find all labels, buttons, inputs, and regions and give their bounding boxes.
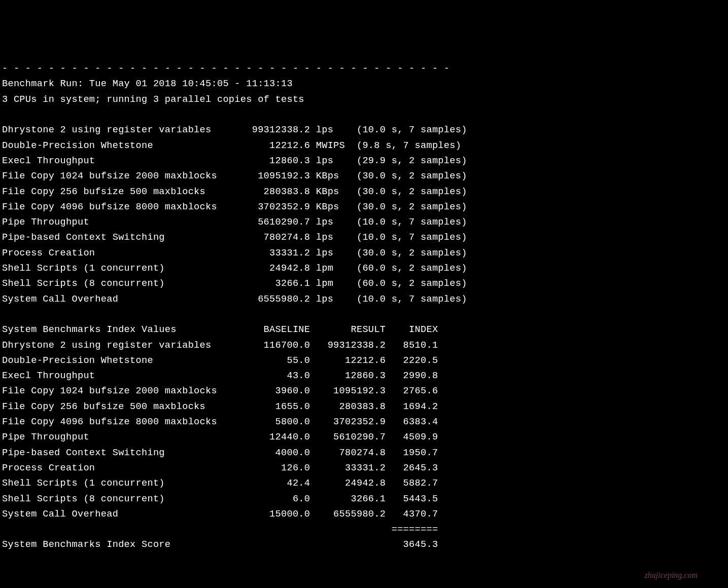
index-header-row: System Benchmarks Index Values BASELINE … bbox=[2, 324, 438, 335]
divider-line: - - - - - - - - - - - - - - - - - - - - … bbox=[2, 63, 449, 74]
terminal-output: - - - - - - - - - - - - - - - - - - - - … bbox=[0, 61, 728, 559]
score-row: System Benchmarks Index Score 3645.3 bbox=[2, 539, 438, 550]
underline-row: ======== bbox=[2, 524, 438, 535]
cpu-info-line: 3 CPUs in system; running 3 parallel cop… bbox=[2, 94, 304, 105]
watermark: zhujiceping.com bbox=[645, 569, 698, 582]
index-block: Dhrystone 2 using register variables 116… bbox=[2, 340, 438, 520]
benchmark-run-line: Benchmark Run: Tue May 01 2018 10:45:05 … bbox=[2, 79, 293, 89]
tests-block: Dhrystone 2 using register variables 993… bbox=[2, 125, 467, 304]
